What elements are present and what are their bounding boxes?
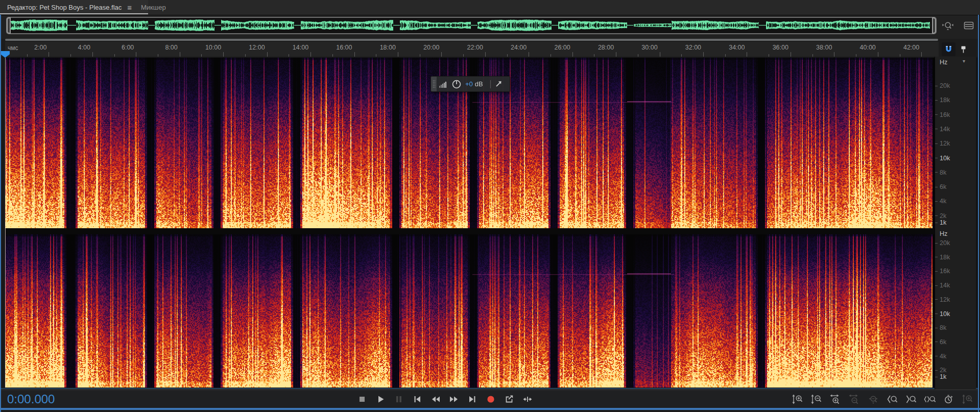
time-display[interactable]: 0:00.000: [7, 392, 55, 406]
knob-icon[interactable]: [451, 79, 462, 89]
ruler-time-label: 18:00: [380, 44, 396, 51]
shuttle-button[interactable]: [522, 394, 533, 404]
pause-button[interactable]: [394, 394, 404, 404]
panel-focus-border: [0, 15, 1, 412]
pause-icon: [394, 394, 404, 404]
ruler-time-label: 10:00: [205, 44, 221, 51]
fast-forward-button[interactable]: [449, 394, 459, 404]
skip-to-end-button[interactable]: [467, 394, 477, 404]
frequency-scale-panel: ▾ Hz20k18k16k14k12k10k8k6k4k2k1kHz20k18k…: [935, 57, 976, 390]
spectrogram-bottom-edge: [1, 388, 978, 389]
freq-tick: [935, 223, 938, 223]
freq-label-row: 2k: [935, 212, 946, 220]
ruler-time-label: 34:00: [729, 44, 745, 51]
skip-back-icon: [412, 394, 422, 404]
freq-label-row: 16k: [935, 111, 950, 118]
ruler-tick: [398, 52, 398, 57]
freq-label: 20k: [940, 239, 950, 247]
freq-label-row: 14k: [935, 282, 950, 289]
loop-playback-button[interactable]: [504, 394, 514, 404]
rewind-icon: [431, 394, 441, 404]
tab-editor[interactable]: Редактор: Pet Shop Boys - Please.flac ≡: [0, 0, 148, 14]
skip-to-start-button[interactable]: [412, 394, 422, 404]
zoom-vertical-full-button[interactable]: [962, 394, 974, 405]
freq-label: 16k: [940, 111, 950, 118]
ruler-tick: [92, 52, 93, 57]
freq-label: 14k: [940, 126, 950, 133]
zoom-in-horizontal-icon: [830, 394, 841, 404]
play-button[interactable]: [375, 394, 386, 404]
freq-label-row: 6k: [935, 183, 946, 190]
gain-value[interactable]: +0: [465, 80, 473, 88]
overview-zoom-full-button[interactable]: [941, 19, 954, 32]
add-marker-button[interactable]: [957, 43, 969, 56]
freq-tick: [935, 187, 938, 187]
zoom-to-out-point-button[interactable]: [905, 394, 917, 405]
shuttle-icon: [522, 394, 533, 404]
freq-tick: [935, 201, 938, 202]
ruler-tick: [136, 52, 136, 57]
record-icon: [486, 394, 496, 404]
freq-label-row: 16k: [935, 268, 950, 275]
zoom-in-horizontal-button[interactable]: [829, 394, 842, 405]
freq-label: 16k: [940, 268, 950, 275]
freq-label: 18k: [940, 96, 950, 104]
record-button[interactable]: [486, 394, 496, 404]
zoom-out-horizontal-icon: [849, 394, 860, 404]
zoom-timed-button[interactable]: [943, 394, 955, 405]
pin-icon[interactable]: [495, 80, 503, 88]
zoom-to-selection-button[interactable]: [924, 394, 936, 405]
stop-button[interactable]: [357, 394, 367, 404]
overview-left-handle[interactable]: [7, 17, 11, 34]
freq-tick: [935, 313, 938, 314]
freq-tick: [935, 100, 938, 101]
spectrogram-channel-right[interactable]: [5, 234, 935, 387]
overview-right-handle[interactable]: [932, 17, 936, 34]
loop-icon: [504, 394, 514, 404]
rewind-button[interactable]: [431, 394, 441, 404]
overview-range-selector[interactable]: [6, 17, 937, 34]
grip-icon[interactable]: [431, 77, 437, 91]
ruler-time-label: 36:00: [773, 44, 788, 51]
timeline-ruler[interactable]: чмс 2:004:006:008:0010:0012:0014:0016:00…: [5, 42, 939, 58]
panel-focus-border: [978, 15, 979, 412]
ruler-tick: [354, 52, 355, 57]
ruler-time-label: 20:00: [423, 44, 439, 51]
timeline-scrollbar[interactable]: [5, 39, 938, 41]
ruler-tick: [878, 52, 878, 57]
freq-tick: [935, 370, 938, 371]
scale-menu-caret-icon[interactable]: ▾: [963, 58, 965, 64]
zoom-reset-button[interactable]: [867, 394, 879, 405]
freq-label-row: 10k: [935, 310, 950, 318]
zoom-vertical-full-icon: [962, 394, 973, 404]
tab-editor-label: Редактор: Pet Shop Boys - Please.flac: [7, 4, 122, 11]
overview-panel-list-button[interactable]: [962, 19, 975, 32]
ruler-tick: [223, 52, 224, 57]
freq-label-row: 18k: [935, 96, 950, 104]
hamburger-menu-icon[interactable]: ≡: [127, 4, 132, 11]
freq-label: 4k: [940, 198, 946, 205]
gain-hud[interactable]: +0 dB: [431, 76, 510, 92]
freq-tick: [935, 328, 938, 328]
zoom-out-horizontal-button[interactable]: [848, 394, 861, 405]
zoom-in-vertical-button[interactable]: [792, 394, 804, 405]
snap-toggle-button[interactable]: [942, 42, 955, 56]
freq-tick: [935, 285, 938, 286]
freq-tick: [935, 158, 938, 158]
zoom-to-in-point-button[interactable]: [886, 394, 898, 405]
zoom-out-point-icon: [905, 394, 917, 404]
overview-waveform: [11, 19, 930, 32]
freq-label: 12k: [940, 140, 950, 147]
freq-label-row: 12k: [935, 296, 950, 303]
zoom-out-vertical-button[interactable]: [810, 394, 823, 405]
stop-icon: [357, 394, 367, 404]
freq-tick: [935, 299, 938, 300]
channel-divider: [5, 228, 935, 234]
ruler-time-label: 38:00: [816, 44, 832, 51]
freq-tick: [935, 215, 938, 216]
ruler-time-label: 24:00: [511, 44, 527, 51]
ruler-tick: [49, 52, 49, 57]
ruler-time-label: 26:00: [554, 44, 570, 51]
freq-tick: [935, 356, 938, 356]
tab-mixer[interactable]: Микшер: [134, 0, 173, 14]
